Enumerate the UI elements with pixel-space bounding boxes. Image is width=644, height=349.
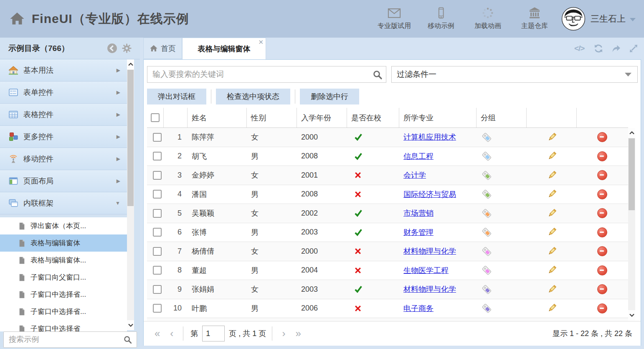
sidebar-item[interactable]: 基本用法▶ bbox=[0, 59, 127, 82]
filter-dropdown[interactable]: 过滤条件一 bbox=[391, 66, 638, 83]
delete-icon[interactable] bbox=[597, 227, 607, 237]
grid-scrollbar[interactable] bbox=[628, 128, 635, 320]
search-icon[interactable] bbox=[373, 70, 382, 79]
sidebar-item[interactable]: 表格控件▶ bbox=[0, 104, 127, 126]
keyword-search-input[interactable] bbox=[147, 69, 373, 79]
tab-active[interactable]: 表格与编辑窗体 ✕ bbox=[182, 38, 266, 59]
edit-icon[interactable] bbox=[547, 151, 557, 161]
major-link[interactable]: 电子商务 bbox=[403, 303, 434, 313]
major-link[interactable]: 计算机应用技术 bbox=[403, 132, 456, 142]
sidebar-scrollbar[interactable] bbox=[127, 59, 134, 330]
row-checkbox[interactable] bbox=[153, 285, 162, 294]
avatar[interactable] bbox=[561, 7, 586, 31]
expand-icon[interactable] bbox=[629, 43, 639, 53]
first-page-button[interactable]: « bbox=[150, 327, 165, 340]
nav-item[interactable]: 专业版试用 bbox=[371, 5, 418, 33]
sidebar-search-input[interactable] bbox=[4, 335, 123, 344]
nav-item[interactable]: 主题仓库 bbox=[511, 5, 558, 33]
major-link[interactable]: 信息工程 bbox=[403, 151, 434, 161]
table-row[interactable]: 9张娟娟女2003材料物理与化学 bbox=[147, 280, 628, 299]
scroll-down-icon[interactable] bbox=[628, 310, 635, 320]
delete-icon[interactable] bbox=[597, 284, 607, 294]
next-page-button[interactable]: › bbox=[277, 327, 290, 340]
delete-icon[interactable] bbox=[597, 303, 607, 313]
scrollbar-thumb[interactable] bbox=[127, 70, 134, 206]
delete-icon[interactable] bbox=[597, 151, 607, 161]
table-row[interactable]: 6张博男2003财务管理 bbox=[147, 223, 628, 242]
delete-icon[interactable] bbox=[597, 246, 607, 256]
edit-icon[interactable] bbox=[547, 303, 557, 313]
major-link[interactable]: 材料物理与化学 bbox=[403, 246, 456, 256]
scroll-up-icon[interactable] bbox=[127, 59, 134, 69]
table-row[interactable]: 2胡飞男2008信息工程 bbox=[147, 147, 628, 166]
delete-icon[interactable] bbox=[597, 132, 607, 142]
sidebar-item[interactable]: 更多控件▶ bbox=[0, 126, 127, 148]
sidebar-subitem[interactable]: 弹出窗体（本页... bbox=[0, 217, 127, 234]
table-row[interactable]: 7杨倩倩女2000材料物理与化学 bbox=[147, 242, 628, 261]
sidebar-item[interactable]: 表单控件▶ bbox=[0, 82, 127, 104]
refresh-icon[interactable] bbox=[593, 43, 604, 53]
edit-icon[interactable] bbox=[547, 265, 557, 275]
sidebar-subitem[interactable]: 子窗口中选择省... bbox=[0, 303, 127, 320]
scroll-down-icon[interactable] bbox=[127, 320, 134, 330]
column-header[interactable]: 分组 bbox=[477, 108, 527, 127]
row-checkbox[interactable] bbox=[153, 247, 162, 256]
major-link[interactable]: 国际经济与贸易 bbox=[403, 189, 456, 199]
prev-page-button[interactable]: ‹ bbox=[165, 327, 178, 340]
sidebar-item[interactable]: 移动控件▶ bbox=[0, 148, 127, 170]
row-checkbox[interactable] bbox=[153, 228, 162, 237]
row-checkbox[interactable] bbox=[153, 209, 162, 218]
column-header[interactable]: 所学专业 bbox=[399, 108, 477, 127]
edit-icon[interactable] bbox=[547, 284, 557, 295]
nav-item[interactable]: 加载动画 bbox=[464, 5, 511, 33]
major-link[interactable]: 材料物理与化学 bbox=[403, 284, 456, 294]
scrollbar-thumb[interactable] bbox=[629, 138, 635, 210]
sidebar-item[interactable]: 内联框架▼ bbox=[0, 192, 127, 214]
action-button[interactable]: 删除选中行 bbox=[300, 89, 359, 104]
column-header[interactable]: 入学年份 bbox=[297, 108, 347, 127]
column-header[interactable]: 是否在校 bbox=[347, 108, 399, 127]
sidebar-item[interactable]: 页面布局▶ bbox=[0, 170, 127, 192]
delete-icon[interactable] bbox=[597, 189, 607, 199]
major-link[interactable]: 会计学 bbox=[403, 170, 426, 180]
user-menu[interactable]: 三生石上 bbox=[561, 6, 636, 32]
row-checkbox[interactable] bbox=[153, 304, 162, 313]
table-row[interactable]: 10叶鹏男2006电子商务 bbox=[147, 299, 628, 318]
source-code-icon[interactable]: </> bbox=[574, 43, 585, 53]
sidebar-subitem[interactable]: 子窗口中选择省... bbox=[0, 286, 127, 303]
column-header[interactable]: 姓名 bbox=[188, 108, 247, 127]
edit-icon[interactable] bbox=[547, 189, 557, 199]
table-row[interactable]: 4潘国男2008国际经济与贸易 bbox=[147, 185, 628, 204]
table-row[interactable]: 8董超男2004生物医学工程 bbox=[147, 261, 628, 280]
major-link[interactable]: 生物医学工程 bbox=[403, 265, 449, 275]
edit-icon[interactable] bbox=[547, 227, 557, 237]
sidebar-subitem[interactable]: 子窗口向父窗口... bbox=[0, 269, 127, 286]
row-checkbox[interactable] bbox=[153, 133, 162, 142]
close-icon[interactable]: ✕ bbox=[258, 39, 264, 45]
user-name[interactable]: 三生石上 bbox=[591, 13, 626, 25]
gear-icon[interactable] bbox=[122, 43, 132, 53]
share-icon[interactable] bbox=[611, 43, 622, 53]
action-button[interactable]: 弹出对话框 bbox=[147, 89, 206, 104]
nav-item[interactable]: 移动示例 bbox=[418, 5, 464, 33]
table-row[interactable]: 3金婷婷女2001会计学 bbox=[147, 166, 628, 185]
delete-icon[interactable] bbox=[597, 265, 607, 275]
column-header[interactable]: 性别 bbox=[247, 108, 297, 127]
row-checkbox[interactable] bbox=[153, 266, 162, 275]
page-number-input[interactable] bbox=[202, 326, 225, 341]
select-all-checkbox[interactable] bbox=[151, 113, 160, 122]
scroll-up-icon[interactable] bbox=[628, 128, 635, 138]
sidebar-subitem[interactable]: 表格与编辑窗体 bbox=[0, 234, 127, 252]
edit-icon[interactable] bbox=[547, 246, 557, 257]
edit-icon[interactable] bbox=[547, 132, 557, 143]
last-page-button[interactable]: » bbox=[290, 327, 306, 340]
delete-icon[interactable] bbox=[597, 170, 607, 180]
edit-icon[interactable] bbox=[547, 170, 557, 181]
major-link[interactable]: 市场营销 bbox=[403, 208, 434, 218]
row-checkbox[interactable] bbox=[153, 171, 162, 180]
sidebar-subitem[interactable]: 表格与编辑窗体... bbox=[0, 252, 127, 269]
delete-icon[interactable] bbox=[597, 208, 607, 218]
table-row[interactable]: 1陈萍萍女2000计算机应用技术 bbox=[147, 128, 628, 147]
tab-home[interactable]: 首页 bbox=[143, 38, 182, 59]
table-row[interactable]: 11王晓晗女2002管理科学 bbox=[147, 318, 628, 321]
